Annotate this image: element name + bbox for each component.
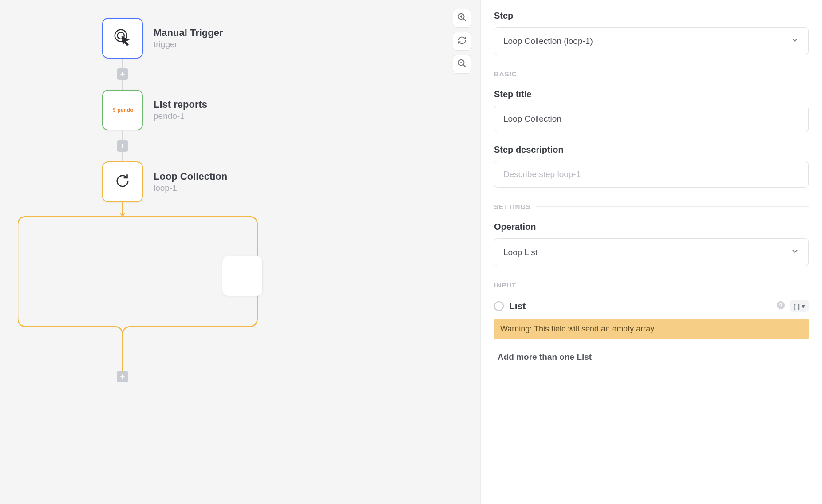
step-select[interactable]: Loop Collection (loop-1) xyxy=(494,27,809,55)
add-more-list[interactable]: Add more than one List xyxy=(494,352,809,362)
node-subtitle: loop-1 xyxy=(154,183,227,193)
node-subtitle: pendo-1 xyxy=(154,111,207,121)
node-icon-box: pendo xyxy=(102,90,143,130)
flow-column: Manual Trigger trigger + pendo List repo… xyxy=(18,18,284,398)
operation-label: Operation xyxy=(494,222,809,232)
section-input: INPUT xyxy=(494,281,809,289)
cursor-click-icon xyxy=(112,27,133,49)
connector: + xyxy=(102,59,143,90)
node-icon-box xyxy=(102,18,143,59)
node-title: List reports xyxy=(154,99,207,110)
chevron-down-icon xyxy=(790,247,799,258)
node-subtitle: trigger xyxy=(154,39,223,49)
empty-array-warning: Warning: This field will send an empty a… xyxy=(494,319,809,339)
zoom-in-icon xyxy=(457,12,467,24)
step-description-label: Step description xyxy=(494,145,809,155)
input-radio[interactable] xyxy=(494,301,504,311)
add-step-button[interactable]: + xyxy=(117,371,128,382)
node-title: Manual Trigger xyxy=(154,27,223,39)
pendo-logo-icon: pendo xyxy=(112,107,134,113)
caret-down-icon: ▾ xyxy=(802,302,805,310)
step-select-value: Loop Collection (loop-1) xyxy=(503,36,593,46)
zoom-out-button[interactable] xyxy=(453,55,471,74)
chevron-down-icon xyxy=(790,35,799,47)
loop-icon xyxy=(113,172,132,192)
workflow-canvas[interactable]: Manual Trigger trigger + pendo List repo… xyxy=(0,0,480,504)
step-label: Step xyxy=(494,11,809,21)
node-list-reports[interactable]: pendo List reports pendo-1 xyxy=(102,90,284,130)
svg-line-3 xyxy=(463,19,466,21)
zoom-controls xyxy=(453,9,471,74)
empty-step-placeholder[interactable] xyxy=(222,256,263,296)
type-brackets-toggle[interactable]: [ ] ▾ xyxy=(790,300,809,312)
zoom-reset-button[interactable] xyxy=(453,32,471,51)
step-title-label: Step title xyxy=(494,89,809,99)
node-title: Loop Collection xyxy=(154,171,227,182)
connector: + xyxy=(102,130,143,161)
section-settings: SETTINGS xyxy=(494,203,809,210)
help-icon[interactable]: ? xyxy=(776,300,786,312)
zoom-in-button[interactable] xyxy=(453,9,471,28)
input-list-header: List ? [ ] ▾ xyxy=(494,300,809,312)
add-step-button[interactable]: + xyxy=(117,68,128,80)
zoom-out-icon xyxy=(457,59,467,70)
step-description-input[interactable] xyxy=(494,161,809,188)
section-basic: BASIC xyxy=(494,70,809,78)
step-title-input[interactable] xyxy=(494,106,809,132)
node-icon-box xyxy=(102,161,143,202)
svg-text:?: ? xyxy=(779,302,782,309)
svg-line-7 xyxy=(463,65,466,67)
operation-select[interactable]: Loop List xyxy=(494,238,809,266)
add-step-button[interactable]: + xyxy=(117,140,128,152)
input-list-label: List xyxy=(509,301,526,311)
loop-body: + xyxy=(18,202,284,398)
refresh-icon xyxy=(458,36,466,47)
step-config-panel: Step Loop Collection (loop-1) BASIC Step… xyxy=(480,0,822,504)
node-manual-trigger[interactable]: Manual Trigger trigger xyxy=(102,18,284,59)
node-loop-collection[interactable]: Loop Collection loop-1 xyxy=(102,161,284,202)
operation-select-value: Loop List xyxy=(503,248,537,257)
